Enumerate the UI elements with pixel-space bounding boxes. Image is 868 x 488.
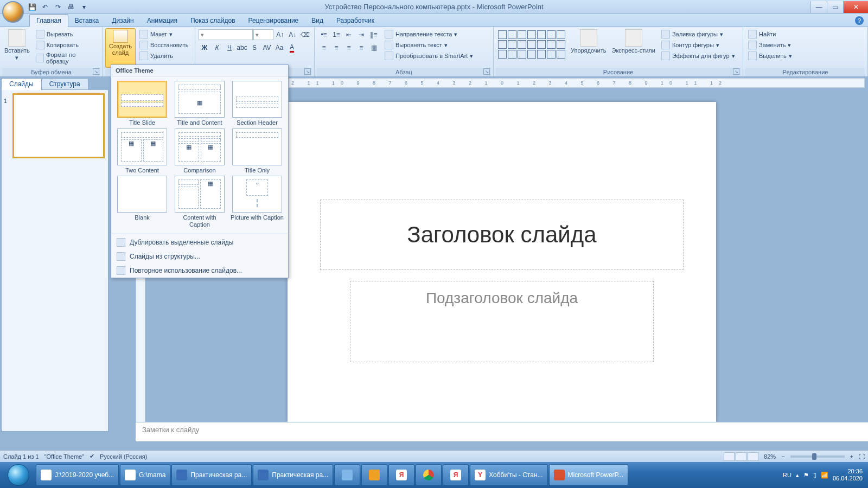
- line-spacing-button[interactable]: ‖≡: [368, 29, 380, 40]
- layout-blank[interactable]: Blank: [116, 176, 169, 228]
- change-case-button[interactable]: Aa: [273, 42, 285, 53]
- zoom-level[interactable]: 82%: [764, 453, 776, 460]
- flag-icon[interactable]: ⚑: [803, 472, 809, 479]
- numbering-button[interactable]: 1≡: [330, 29, 342, 40]
- taskbar-item[interactable]: G:\mama: [120, 464, 170, 486]
- reset-button[interactable]: Восстановить: [138, 40, 190, 50]
- normal-view-button[interactable]: [724, 452, 735, 461]
- zoom-in-button[interactable]: +: [850, 453, 853, 460]
- char-spacing-button[interactable]: AV: [261, 42, 273, 53]
- slide-thumbnail-1[interactable]: [12, 93, 105, 158]
- taskbar-item[interactable]: Практическая ра...: [171, 464, 252, 486]
- copy-button[interactable]: Копировать: [34, 40, 99, 50]
- delete-button[interactable]: Удалить: [138, 51, 190, 61]
- subtitle-placeholder[interactable]: Подзаголовок слайда: [350, 281, 654, 362]
- indent-inc-button[interactable]: ⇥: [355, 29, 367, 40]
- slide-canvas[interactable]: Заголовок слайда Подзаголовок слайда: [288, 102, 716, 422]
- layout-content-caption[interactable]: ▦ Content with Caption: [173, 176, 226, 228]
- network-icon[interactable]: 📶: [821, 472, 828, 479]
- notes-pane[interactable]: Заметки к слайду: [136, 422, 868, 441]
- layout-title-content[interactable]: ▦ Title and Content: [173, 81, 226, 126]
- close-button[interactable]: ✕: [843, 1, 868, 13]
- grow-font-button[interactable]: A↑: [274, 29, 286, 40]
- tab-developer[interactable]: Разработчик: [330, 15, 381, 27]
- format-painter-button[interactable]: Формат по образцу: [34, 51, 99, 65]
- shapes-gallery[interactable]: [498, 30, 565, 59]
- replace-button[interactable]: Заменить ▾: [746, 40, 794, 50]
- tab-slideshow[interactable]: Показ слайдов: [184, 15, 242, 27]
- quick-styles-button[interactable]: Экспресс-стили: [609, 28, 657, 68]
- tab-home[interactable]: Главная: [29, 14, 68, 27]
- font-size-combo[interactable]: ▾: [253, 29, 274, 40]
- underline-button[interactable]: Ч: [224, 42, 235, 53]
- qat-dropdown-icon[interactable]: ▾: [79, 2, 89, 12]
- taskbar-volume[interactable]: [334, 464, 360, 486]
- dialog-launcher-icon[interactable]: ↘: [93, 68, 99, 75]
- cut-button[interactable]: Вырезать: [34, 29, 99, 39]
- zoom-out-button[interactable]: −: [781, 453, 784, 460]
- title-placeholder[interactable]: Заголовок слайда: [320, 200, 684, 270]
- taskbar-mail[interactable]: [361, 464, 387, 486]
- justify-button[interactable]: ≡: [355, 42, 367, 53]
- shape-fill-button[interactable]: Заливка фигуры ▾: [660, 29, 737, 39]
- align-left-button[interactable]: ≡: [318, 42, 330, 53]
- zoom-slider[interactable]: [790, 455, 845, 458]
- language-indicator[interactable]: RU: [783, 472, 792, 478]
- duplicate-slides-cmd[interactable]: Дублировать выделенные слайды: [111, 235, 288, 249]
- start-button[interactable]: [2, 463, 35, 487]
- align-right-button[interactable]: ≡: [343, 42, 355, 53]
- dialog-launcher-icon[interactable]: ↘: [733, 68, 739, 75]
- select-button[interactable]: Выделить ▾: [746, 51, 794, 61]
- tab-outline-panel[interactable]: Структура: [41, 78, 88, 90]
- shadow-button[interactable]: S: [248, 42, 260, 53]
- italic-button[interactable]: К: [211, 42, 223, 53]
- indent-dec-button[interactable]: ⇤: [343, 29, 355, 40]
- taskbar-chrome[interactable]: [416, 464, 442, 486]
- bold-button[interactable]: Ж: [199, 42, 210, 53]
- office-button[interactable]: [2, 1, 24, 23]
- taskbar-yandex2[interactable]: Я: [443, 464, 469, 486]
- align-text-button[interactable]: Выровнять текст ▾: [383, 40, 475, 50]
- tab-slides-panel[interactable]: Слайды: [1, 78, 42, 90]
- taskbar-item[interactable]: J:\2019-2020 учеб...: [36, 464, 119, 486]
- arrange-button[interactable]: Упорядочить: [569, 28, 608, 68]
- taskbar-item-active[interactable]: Microsoft PowerP...: [549, 464, 628, 486]
- tab-design[interactable]: Дизайн: [105, 15, 140, 27]
- clear-format-button[interactable]: ⌫: [299, 29, 311, 40]
- fit-to-window-button[interactable]: ⛶: [859, 453, 865, 460]
- new-slide-button[interactable]: Создать слайд: [105, 28, 136, 68]
- sorter-view-button[interactable]: [736, 452, 746, 461]
- layout-button[interactable]: Макет ▾: [138, 29, 190, 39]
- tab-view[interactable]: Вид: [305, 15, 330, 27]
- help-icon[interactable]: ?: [855, 16, 864, 25]
- dialog-launcher-icon[interactable]: ↘: [304, 68, 311, 75]
- bullets-button[interactable]: •≡: [318, 29, 330, 40]
- font-family-combo[interactable]: ▾: [199, 29, 253, 40]
- shrink-font-button[interactable]: A↓: [286, 29, 298, 40]
- redo-icon[interactable]: ↷: [53, 2, 63, 12]
- slides-from-outline-cmd[interactable]: Слайды из структуры...: [111, 249, 288, 264]
- tab-review[interactable]: Рецензирование: [242, 15, 305, 27]
- reuse-slides-cmd[interactable]: Повторное использование слайдов...: [111, 264, 288, 278]
- columns-button[interactable]: ▥: [368, 42, 380, 53]
- paste-button[interactable]: Вставить ▾: [2, 28, 32, 68]
- layout-comparison[interactable]: ▦▦ Comparison: [173, 129, 226, 174]
- layout-title-only[interactable]: Title Only: [231, 129, 284, 174]
- layout-picture-caption[interactable]: ▫ Picture with Caption: [231, 176, 284, 228]
- slideshow-view-button[interactable]: [748, 452, 758, 461]
- layout-section-header[interactable]: Section Header: [231, 81, 284, 126]
- shape-effects-button[interactable]: Эффекты для фигур ▾: [660, 51, 737, 61]
- dialog-launcher-icon[interactable]: ↘: [483, 68, 490, 75]
- print-icon[interactable]: 🖶: [66, 2, 76, 12]
- tab-animation[interactable]: Анимация: [141, 15, 184, 27]
- font-color-button[interactable]: A: [286, 42, 298, 53]
- taskbar-yandex[interactable]: Я: [388, 464, 414, 486]
- tray-up-icon[interactable]: ▴: [796, 472, 799, 479]
- battery-icon[interactable]: ▯: [813, 472, 816, 479]
- taskbar-item[interactable]: Практическая ра...: [253, 464, 333, 486]
- taskbar-item[interactable]: YХобби'ты - Стан...: [470, 464, 547, 486]
- clock[interactable]: 20:36 06.04.2020: [833, 468, 863, 482]
- layout-title-slide[interactable]: Title Slide: [116, 81, 169, 126]
- layout-two-content[interactable]: ▦▦ Two Content: [116, 129, 169, 174]
- restore-button[interactable]: ▭: [827, 1, 843, 13]
